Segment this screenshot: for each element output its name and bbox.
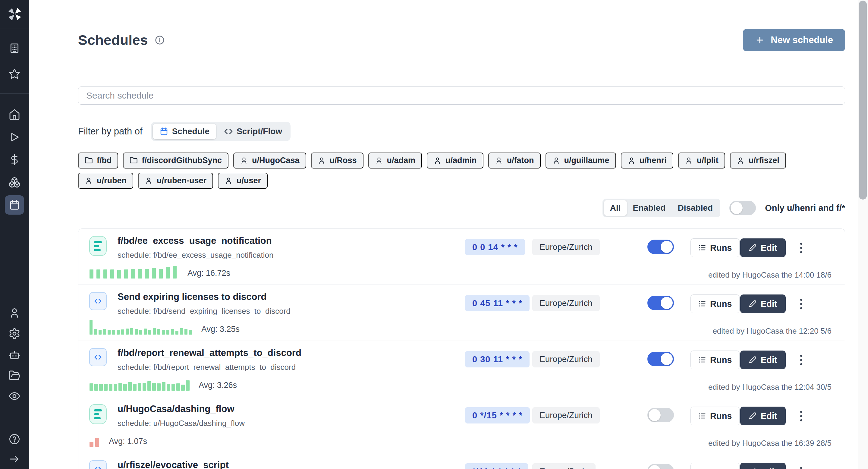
more-options-kebab[interactable]: [795, 239, 807, 256]
path-filter-chip[interactable]: f/bd: [78, 153, 118, 168]
schedules-calendar-icon[interactable]: [8, 199, 21, 211]
avg-duration-label: Avg: 1.07s: [109, 437, 147, 446]
folders-icon[interactable]: [8, 370, 21, 382]
path-filter-chip[interactable]: u/Ross: [311, 153, 364, 168]
status-tab[interactable]: All: [604, 200, 627, 216]
only-henri-toggle-label: Only u/henri and f/*: [765, 203, 845, 213]
chip-label: u/admin: [445, 156, 477, 165]
runs-button[interactable]: Runs: [690, 294, 740, 313]
more-options-kebab[interactable]: [795, 463, 807, 469]
user-icon: [224, 177, 233, 185]
path-filter-chip[interactable]: u/ruben: [78, 173, 133, 189]
schedule-enabled-toggle[interactable]: [647, 352, 674, 366]
schedule-enabled-toggle[interactable]: [647, 240, 674, 254]
schedule-path: schedule: f/bd/ee_excess_usage_notificat…: [118, 250, 273, 260]
pencil-icon: [749, 412, 756, 420]
user-icon: [240, 156, 248, 164]
more-options-kebab[interactable]: [795, 351, 807, 369]
user-icon: [375, 156, 383, 164]
edited-by-label: edited by HugoCasa the 12:20 5/6: [712, 326, 832, 336]
path-filter-chip[interactable]: u/HugoCasa: [233, 153, 306, 168]
status-tab[interactable]: Disabled: [672, 200, 719, 216]
path-filter-chip[interactable]: u/guillaume: [546, 153, 616, 168]
resources-boxes-icon[interactable]: [8, 176, 21, 188]
windmill-logo-icon[interactable]: [7, 7, 22, 22]
home-icon[interactable]: [8, 108, 21, 121]
path-filter-chips: f/bd f/discordGithubSync u/HugoCasa u/Ro…: [78, 153, 845, 189]
path-filter-chip[interactable]: u/ruben-user: [138, 173, 213, 189]
help-icon[interactable]: [8, 433, 21, 445]
chip-label: f/bd: [97, 156, 112, 165]
script-code-icon: [93, 296, 103, 306]
edit-button[interactable]: Edit: [740, 463, 786, 469]
runs-button[interactable]: Runs: [690, 350, 740, 369]
edited-by-label: edited by HugoCasa the 12:04 30/5: [708, 382, 832, 392]
search-input[interactable]: [78, 87, 845, 104]
user-icon: [145, 177, 153, 185]
status-tab[interactable]: Enabled: [627, 200, 672, 216]
path-filter-chip[interactable]: u/admin: [427, 153, 484, 168]
more-options-kebab[interactable]: [795, 407, 807, 425]
runs-button[interactable]: Runs: [690, 407, 740, 425]
chip-label: u/rfiszel: [749, 156, 779, 165]
runs-mini-chart: Avg: 3.25s: [90, 320, 240, 335]
runs-play-icon[interactable]: [8, 131, 21, 143]
path-filter-chip[interactable]: f/discordGithubSync: [123, 153, 228, 168]
path-filter-chip[interactable]: u/lplit: [678, 153, 725, 168]
chip-label: u/ruben: [97, 176, 127, 185]
collapse-arrow-icon[interactable]: [8, 453, 21, 465]
more-options-kebab[interactable]: [795, 295, 807, 313]
user-icon: [85, 177, 93, 185]
path-filter-chip[interactable]: u/rfiszel: [730, 153, 786, 168]
favorites-star-icon[interactable]: [8, 68, 21, 80]
schedule-enabled-toggle[interactable]: [647, 464, 674, 469]
schedule-enabled-toggle[interactable]: [647, 408, 674, 422]
path-filter-chip[interactable]: u/adam: [368, 153, 422, 168]
new-schedule-button[interactable]: New schedule: [743, 29, 845, 51]
user-icon: [433, 156, 441, 164]
audit-eye-icon[interactable]: [8, 390, 21, 402]
timezone-badge: Europe/Zurich: [532, 239, 600, 255]
runs-button[interactable]: Runs: [690, 463, 740, 469]
schedule-name: Send expiring licenses to discord: [118, 291, 267, 302]
avg-duration-label: Avg: 16.72s: [187, 269, 230, 278]
user-icon[interactable]: [8, 307, 21, 319]
edit-button[interactable]: Edit: [740, 239, 786, 257]
only-henri-toggle[interactable]: [730, 201, 756, 215]
schedule-kind-icon: [89, 292, 107, 310]
folder-icon: [85, 156, 93, 164]
scrollbar-thumb[interactable]: [859, 1, 867, 199]
cron-badge: */10 * * * * *: [465, 463, 528, 469]
user-icon: [495, 156, 503, 164]
info-icon[interactable]: [155, 35, 165, 45]
filter-label: Filter by path of: [78, 126, 143, 137]
timezone-badge: Europe/Zurich: [532, 351, 600, 368]
runs-button[interactable]: Runs: [690, 239, 740, 257]
settings-gear-icon[interactable]: [8, 327, 21, 340]
scrollbar-track: [858, 0, 868, 469]
path-filter-chip[interactable]: u/henri: [621, 153, 673, 168]
schedule-enabled-toggle[interactable]: [647, 296, 674, 310]
folder-icon: [130, 156, 138, 164]
mode-script-flow-button[interactable]: Script/Flow: [217, 124, 289, 139]
page-header: Schedules New schedule: [78, 29, 845, 52]
chip-label: u/HugoCasa: [252, 156, 300, 165]
path-filter-row: Filter by path of Schedule Script/Flow: [78, 122, 845, 141]
list-icon: [698, 244, 707, 252]
status-tabs: AllEnabledDisabled: [602, 199, 720, 217]
edit-button[interactable]: Edit: [740, 407, 786, 425]
usage-dollar-icon[interactable]: [8, 154, 21, 166]
chip-label: f/discordGithubSync: [142, 156, 222, 165]
edit-button[interactable]: Edit: [740, 294, 786, 313]
workspace-icon[interactable]: [8, 42, 21, 54]
list-icon: [698, 412, 707, 420]
path-filter-chip[interactable]: u/user: [218, 173, 268, 189]
path-filter-chip[interactable]: u/faton: [488, 153, 541, 168]
chip-label: u/user: [237, 176, 261, 185]
schedule-kind-icon: [89, 404, 107, 424]
workers-bot-icon[interactable]: [8, 349, 21, 361]
chip-label: u/ruben-user: [157, 176, 207, 185]
edit-button[interactable]: Edit: [740, 350, 786, 369]
mode-schedule-button[interactable]: Schedule: [153, 124, 216, 139]
chip-label: u/faton: [507, 156, 534, 165]
